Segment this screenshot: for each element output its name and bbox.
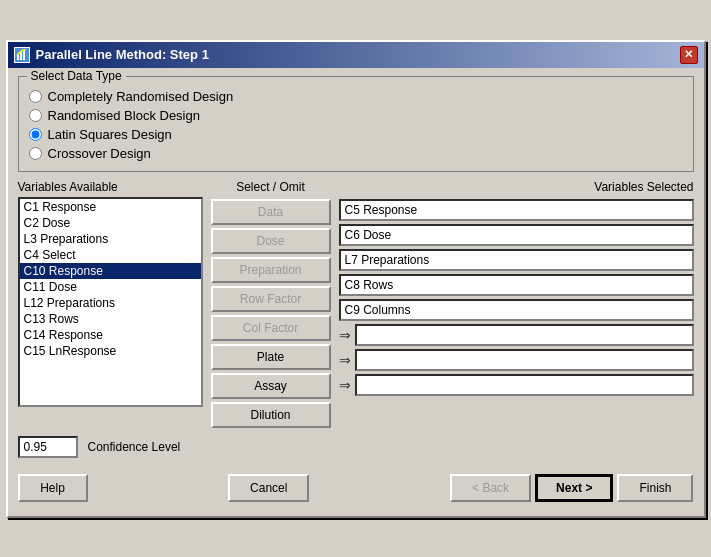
- variables-listbox[interactable]: C1 Response C2 Dose L3 Preparations C4 S…: [18, 197, 203, 407]
- preparation-selected-row: [339, 249, 694, 271]
- main-area: Variables Available C1 Response C2 Dose …: [18, 180, 694, 428]
- dose-button[interactable]: Dose: [211, 228, 331, 254]
- data-type-group: Select Data Type Completely Randomised D…: [18, 76, 694, 172]
- list-item[interactable]: C14 Response: [20, 327, 201, 343]
- assay-selected-row: ⇒: [339, 349, 694, 371]
- data-selected-field[interactable]: [339, 199, 694, 221]
- close-button[interactable]: ✕: [680, 46, 698, 64]
- content-area: Select Data Type Completely Randomised D…: [8, 68, 704, 516]
- dilution-button[interactable]: Dilution: [211, 402, 331, 428]
- assay-arrow-icon: ⇒: [339, 352, 351, 368]
- preparation-selected-field[interactable]: [339, 249, 694, 271]
- radio-randomised-block-label: Randomised Block Design: [48, 108, 200, 123]
- list-item[interactable]: C15 LnResponse: [20, 343, 201, 359]
- col-selected-field[interactable]: [339, 299, 694, 321]
- dilution-arrow-icon: ⇒: [339, 377, 351, 393]
- data-button[interactable]: Data: [211, 199, 331, 225]
- nav-button-group: < Back Next > Finish: [450, 474, 693, 502]
- list-item[interactable]: C11 Dose: [20, 279, 201, 295]
- radio-latin-squares-input[interactable]: [29, 128, 42, 141]
- title-bar-left: Parallel Line Method: Step 1: [14, 47, 209, 63]
- col-factor-button[interactable]: Col Factor: [211, 315, 331, 341]
- help-button[interactable]: Help: [18, 474, 88, 502]
- variables-selected-header: Variables Selected: [339, 180, 694, 194]
- confidence-label: Confidence Level: [88, 440, 181, 454]
- select-omit-header: Select / Omit: [236, 180, 305, 194]
- dose-selected-field[interactable]: [339, 224, 694, 246]
- app-icon: [14, 47, 30, 63]
- radio-latin-squares-label: Latin Squares Design: [48, 127, 172, 142]
- data-type-label: Select Data Type: [27, 69, 126, 83]
- variables-available-panel: Variables Available C1 Response C2 Dose …: [18, 180, 203, 428]
- preparation-button[interactable]: Preparation: [211, 257, 331, 283]
- select-omit-panel: Select / Omit Data Dose Preparation Row …: [211, 180, 331, 428]
- title-bar: Parallel Line Method: Step 1 ✕: [8, 42, 704, 68]
- svg-rect-2: [23, 50, 25, 60]
- list-item[interactable]: C4 Select: [20, 247, 201, 263]
- radio-completely-randomised-label: Completely Randomised Design: [48, 89, 234, 104]
- dilution-selected-field[interactable]: [355, 374, 694, 396]
- list-item[interactable]: L3 Preparations: [20, 231, 201, 247]
- list-item-selected[interactable]: C10 Response: [20, 263, 201, 279]
- radio-randomised-block[interactable]: Randomised Block Design: [29, 108, 683, 123]
- list-item[interactable]: C2 Dose: [20, 215, 201, 231]
- plate-selected-field[interactable]: [355, 324, 694, 346]
- back-button[interactable]: < Back: [450, 474, 531, 502]
- radio-completely-randomised-input[interactable]: [29, 90, 42, 103]
- list-item[interactable]: C13 Rows: [20, 311, 201, 327]
- radio-crossover[interactable]: Crossover Design: [29, 146, 683, 161]
- plate-selected-row: ⇒: [339, 324, 694, 346]
- next-button[interactable]: Next >: [535, 474, 613, 502]
- assay-button[interactable]: Assay: [211, 373, 331, 399]
- window-title: Parallel Line Method: Step 1: [36, 47, 209, 62]
- radio-randomised-block-input[interactable]: [29, 109, 42, 122]
- variables-available-header: Variables Available: [18, 180, 203, 194]
- col-selected-row: [339, 299, 694, 321]
- list-item[interactable]: C1 Response: [20, 199, 201, 215]
- plate-arrow-icon: ⇒: [339, 327, 351, 343]
- dose-selected-row: [339, 224, 694, 246]
- variables-selected-panel: Variables Selected: [339, 180, 694, 428]
- dilution-selected-row: ⇒: [339, 374, 694, 396]
- select-omit-buttons: Data Dose Preparation Row Factor Col Fac…: [211, 199, 331, 428]
- radio-completely-randomised[interactable]: Completely Randomised Design: [29, 89, 683, 104]
- row-selected-field[interactable]: [339, 274, 694, 296]
- row-selected-row: [339, 274, 694, 296]
- svg-rect-0: [17, 55, 19, 60]
- finish-button[interactable]: Finish: [617, 474, 693, 502]
- plate-button[interactable]: Plate: [211, 344, 331, 370]
- radio-crossover-label: Crossover Design: [48, 146, 151, 161]
- confidence-input[interactable]: [18, 436, 78, 458]
- assay-selected-field[interactable]: [355, 349, 694, 371]
- svg-rect-1: [20, 52, 22, 60]
- row-factor-button[interactable]: Row Factor: [211, 286, 331, 312]
- selected-fields: ⇒ ⇒ ⇒: [339, 199, 694, 396]
- confidence-row: Confidence Level: [18, 436, 694, 458]
- radio-latin-squares[interactable]: Latin Squares Design: [29, 127, 683, 142]
- list-item[interactable]: L12 Preparations: [20, 295, 201, 311]
- radio-crossover-input[interactable]: [29, 147, 42, 160]
- data-selected-row: [339, 199, 694, 221]
- radio-group: Completely Randomised Design Randomised …: [29, 85, 683, 161]
- main-window: Parallel Line Method: Step 1 ✕ Select Da…: [6, 40, 706, 518]
- button-row: Help Cancel < Back Next > Finish: [18, 468, 694, 506]
- cancel-button[interactable]: Cancel: [228, 474, 309, 502]
